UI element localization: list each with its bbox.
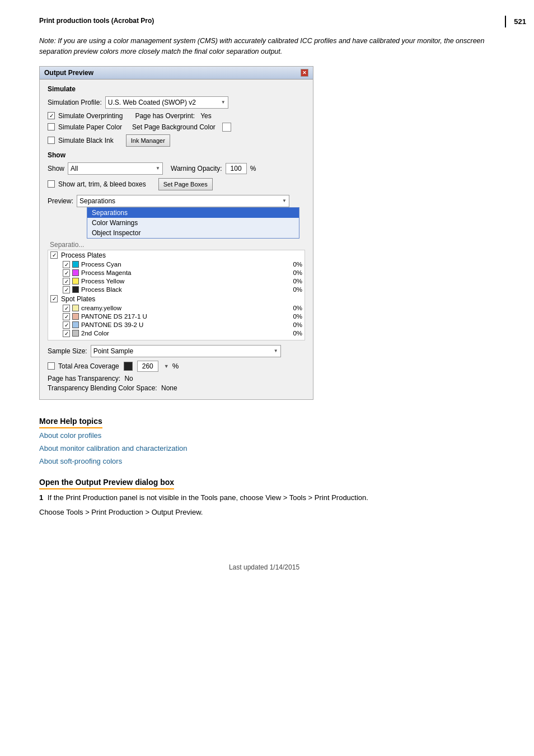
step1-text: 1 If the Print Production panel is not v… (39, 492, 489, 504)
process-black-name: Process Black (81, 286, 291, 293)
page-transparency-label: Page has Transparency: (48, 375, 120, 382)
preview-label: Preview: (48, 197, 73, 205)
simulation-profile-label: Simulation Profile: (48, 99, 102, 106)
process-magenta-checkbox[interactable] (63, 269, 70, 277)
preview-dropdown-menu[interactable]: Separations Color Warnings Object Inspec… (87, 207, 299, 239)
process-cyan-percent: 0% (293, 261, 302, 268)
help-link-monitor-calibration[interactable]: About monitor calibration and characteri… (39, 444, 489, 452)
simulation-profile-value: U.S. Web Coated (SWOP) v2 (108, 99, 196, 106)
creamy-yellow-swatch (72, 305, 79, 311)
process-yellow-checkbox[interactable] (63, 278, 70, 285)
last-updated: Last updated 1/14/2015 (39, 563, 489, 571)
help-link-color-profiles[interactable]: About color profiles (39, 431, 489, 440)
total-area-color-swatch (124, 362, 133, 371)
sep-item-process-magenta: Process Magenta 0% (48, 269, 305, 277)
open-dialog-title-container: Open the Output Preview dialog box (39, 478, 489, 487)
creamy-yellow-checkbox[interactable] (63, 305, 70, 312)
show-select[interactable]: All ▼ (68, 162, 163, 175)
help-link-soft-proofing[interactable]: About soft-proofing colors (39, 457, 489, 465)
show-value: All (71, 165, 78, 172)
preview-arrow: ▼ (282, 198, 287, 203)
pantone-217-checkbox[interactable] (63, 313, 70, 320)
sep-item-2nd-color: 2nd Color 0% (48, 329, 305, 338)
sample-size-select[interactable]: Point Sample ▼ (91, 345, 281, 357)
show-arrow: ▼ (156, 166, 160, 171)
page-number: 521 (505, 16, 534, 27)
total-area-checkbox[interactable] (48, 362, 55, 370)
step1-number: 1 (39, 493, 43, 502)
process-yellow-name: Process Yellow (81, 278, 291, 284)
warning-opacity-label: Warning Opacity: (171, 165, 222, 172)
show-row: Show All ▼ Warning Opacity: 100 % (48, 162, 305, 175)
transparency-blending-label: Transparency Blending Color Space: (48, 384, 157, 392)
sep-item-process-cyan: Process Cyan 0% (48, 260, 305, 269)
dialog-titlebar: Output Preview ✕ (40, 67, 313, 80)
set-page-background-label: Set Page Background Color (132, 123, 216, 131)
total-area-row: Total Area Coverage ▼ % (48, 361, 305, 372)
pantone-39-swatch (72, 321, 79, 328)
process-plates-checkbox[interactable] (50, 251, 58, 259)
transparency-blending-row: Transparency Blending Color Space: None (48, 384, 305, 392)
simulate-label: Simulate (48, 85, 305, 93)
dropdown-item-object-inspector[interactable]: Object Inspector (87, 228, 299, 238)
process-magenta-percent: 0% (293, 269, 302, 276)
open-dialog-section: Open the Output Preview dialog box 1 If … (39, 478, 489, 519)
page-has-overprint-value: Yes (200, 112, 212, 120)
process-black-swatch (72, 286, 79, 293)
warning-opacity-input[interactable]: 100 (226, 163, 247, 174)
process-yellow-swatch (72, 278, 79, 284)
spot-plates-checkbox[interactable] (50, 295, 58, 302)
2nd-color-percent: 0% (293, 330, 302, 337)
simulate-paper-color-row: Simulate Paper Color Set Page Background… (48, 123, 305, 132)
simulate-paper-color-label: Simulate Paper Color (58, 123, 122, 131)
preview-select[interactable]: Separations ▼ (77, 195, 289, 207)
show-field-label: Show (48, 165, 64, 172)
separations-list: Process Plates Process Cyan 0% (48, 250, 305, 340)
show-art-trim-label: Show art, trim, & bleed boxes (58, 180, 146, 188)
creamy-yellow-percent: 0% (293, 305, 302, 311)
show-art-trim-checkbox[interactable] (48, 180, 55, 188)
ink-manager-button[interactable]: Ink Manager (126, 134, 170, 147)
preview-row: Preview: Separations ▼ (48, 195, 305, 207)
preview-dropdown-area: Separations Color Warnings Object Inspec… (87, 207, 305, 239)
dropdown-item-color-warnings[interactable]: Color Warnings (87, 218, 299, 228)
simulate-overprinting-checkbox[interactable] (48, 112, 55, 119)
simulate-overprinting-label: Simulate Overprinting (58, 112, 123, 120)
sample-size-row: Sample Size: Point Sample ▼ (48, 345, 305, 357)
pantone-217-name: PANTONE DS 217-1 U (81, 313, 291, 320)
pantone-217-percent: 0% (293, 313, 302, 320)
sep-item-process-black: Process Black 0% (48, 286, 305, 294)
spot-plates-label: Spot Plates (61, 295, 95, 303)
background-color-swatch[interactable] (222, 123, 231, 132)
pantone-217-swatch (72, 313, 79, 320)
note-text: Note: If you are using a color managemen… (39, 37, 485, 55)
simulate-black-ink-row: Simulate Black Ink Ink Manager (48, 134, 305, 147)
process-cyan-name: Process Cyan (81, 261, 291, 268)
output-preview-dialog: Output Preview ✕ Simulate Simulation Pro… (39, 66, 313, 400)
dialog-close-button[interactable]: ✕ (301, 69, 308, 77)
more-help-title-container: More Help topics (39, 417, 489, 426)
simulation-profile-select[interactable]: U.S. Web Coated (SWOP) v2 ▼ (105, 96, 228, 109)
process-cyan-checkbox[interactable] (63, 261, 70, 268)
set-page-boxes-button[interactable]: Set Page Boxes (158, 178, 213, 190)
more-help-section: More Help topics About color profiles Ab… (39, 417, 489, 465)
total-area-input[interactable] (137, 361, 158, 372)
step1-content: If the Print Production panel is not vis… (48, 493, 368, 502)
page-has-overprint-label: Page has Overprint: (135, 112, 195, 120)
process-magenta-name: Process Magenta (81, 269, 291, 276)
simulate-paper-color-checkbox[interactable] (48, 123, 55, 130)
transparency-blending-value: None (161, 384, 177, 392)
process-yellow-percent: 0% (293, 278, 302, 284)
page-transparency-value: No (124, 375, 133, 382)
more-help-title: More Help topics (39, 417, 102, 428)
simulate-black-ink-checkbox[interactable] (48, 137, 55, 144)
simulation-profile-row: Simulation Profile: U.S. Web Coated (SWO… (48, 96, 305, 109)
dropdown-item-separations[interactable]: Separations (87, 208, 299, 218)
pantone-39-checkbox[interactable] (63, 321, 70, 329)
2nd-color-swatch (72, 330, 79, 337)
process-plates-label: Process Plates (61, 251, 106, 259)
process-black-checkbox[interactable] (63, 286, 70, 293)
sep-item-pantone-39: PANTONE DS 39-2 U 0% (48, 321, 305, 329)
2nd-color-checkbox[interactable] (63, 330, 70, 337)
percent-label: % (250, 165, 256, 172)
